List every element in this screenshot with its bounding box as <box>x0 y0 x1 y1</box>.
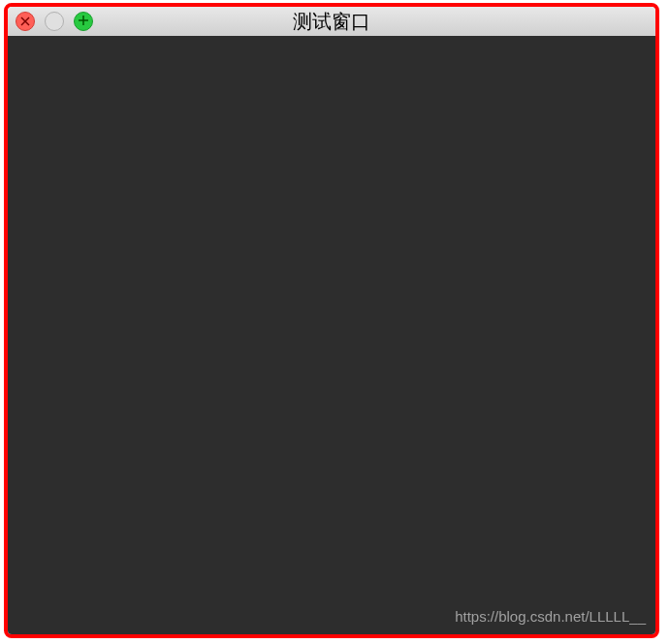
close-button[interactable] <box>16 12 35 31</box>
traffic-lights <box>8 12 93 31</box>
window-frame: 测试窗口 https://blog.csdn.net/LLLLL__ <box>4 3 659 638</box>
close-icon <box>20 15 30 28</box>
window-title: 测试窗口 <box>293 9 370 35</box>
watermark-text: https://blog.csdn.net/LLLLL__ <box>455 608 646 625</box>
window-content: https://blog.csdn.net/LLLLL__ <box>8 36 655 634</box>
minimize-button[interactable] <box>45 12 64 31</box>
plus-icon <box>78 15 89 28</box>
titlebar: 测试窗口 <box>8 7 655 36</box>
zoom-button[interactable] <box>74 12 93 31</box>
